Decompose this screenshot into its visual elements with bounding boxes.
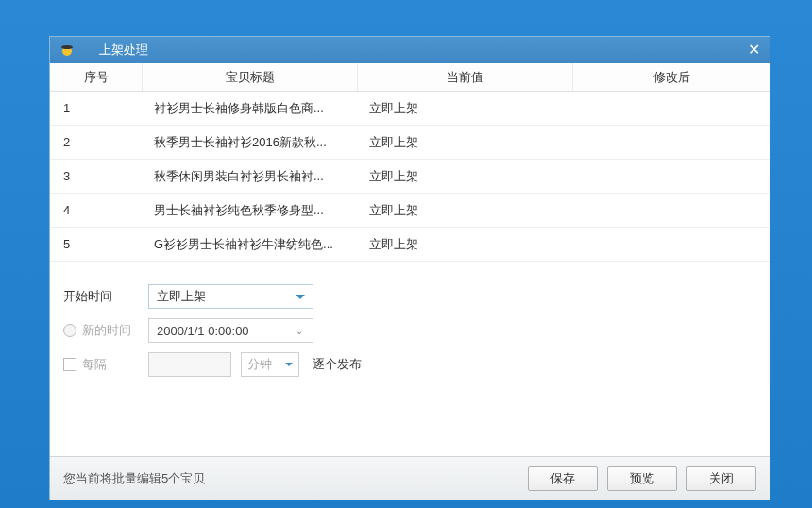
- unit-value: 分钟: [247, 356, 285, 373]
- table-body: 1 衬衫男士长袖修身韩版白色商... 立即上架 2 秋季男士长袖衬衫2016新款…: [50, 92, 770, 262]
- table-row[interactable]: 3 秋季休闲男装白衬衫男长袖衬... 立即上架: [50, 160, 770, 194]
- cell-current: 立即上架: [358, 126, 573, 159]
- cell-seq: 2: [50, 126, 143, 159]
- cell-after: [573, 160, 770, 193]
- header-current: 当前值: [358, 63, 573, 91]
- cell-current: 立即上架: [358, 228, 573, 261]
- table-row[interactable]: 5 G衫衫男士长袖衬衫牛津纺纯色... 立即上架: [50, 228, 770, 262]
- release-text: 逐个发布: [313, 356, 362, 373]
- cell-seq: 3: [50, 160, 143, 193]
- interval-check-group: 每隔: [63, 356, 148, 373]
- table-row[interactable]: 2 秋季男士长袖衬衫2016新款秋... 立即上架: [50, 126, 770, 160]
- app-icon: [59, 42, 75, 58]
- cell-title: 衬衫男士长袖修身韩版白色商...: [143, 92, 358, 125]
- table-row[interactable]: 4 男士长袖衬衫纯色秋季修身型... 立即上架: [50, 194, 770, 228]
- cell-current: 立即上架: [358, 194, 573, 227]
- dialog-window: 上架处理 ✕ 序号 宝贝标题 当前值 修改后 1 衬衫男士长袖修身韩版白色商..…: [49, 36, 770, 500]
- cell-title: G衫衫男士长袖衬衫牛津纺纯色...: [143, 228, 358, 261]
- interval-label: 每隔: [82, 356, 107, 373]
- date-value: 2000/1/1 0:00:00: [157, 324, 294, 338]
- table-row[interactable]: 1 衬衫男士长袖修身韩版白色商... 立即上架: [50, 92, 770, 126]
- cell-after: [573, 92, 770, 125]
- start-time-value: 立即上架: [157, 288, 296, 305]
- start-time-dropdown[interactable]: 立即上架: [148, 284, 313, 309]
- status-text: 您当前将批量编辑5个宝贝: [63, 470, 518, 487]
- window-title: 上架处理: [82, 42, 748, 59]
- cell-title: 男士长袖衬衫纯色秋季修身型...: [143, 194, 358, 227]
- chevron-down-icon: [296, 295, 305, 299]
- interval-row: 每隔 分钟 逐个发布: [63, 347, 756, 381]
- cell-after: [573, 194, 770, 227]
- cell-seq: 5: [50, 228, 143, 261]
- preview-button[interactable]: 预览: [607, 466, 677, 491]
- start-time-label: 开始时间: [63, 288, 135, 305]
- unit-dropdown[interactable]: 分钟: [241, 352, 299, 377]
- items-table: 序号 宝贝标题 当前值 修改后 1 衬衫男士长袖修身韩版白色商... 立即上架 …: [50, 63, 770, 262]
- close-button[interactable]: 关闭: [686, 466, 756, 491]
- new-time-row: 新的时间 2000/1/1 0:00:00 ⌄: [63, 313, 756, 347]
- cell-seq: 4: [50, 194, 143, 227]
- cell-title: 秋季男士长袖衬衫2016新款秋...: [143, 126, 358, 159]
- interval-input[interactable]: [148, 352, 231, 377]
- save-button[interactable]: 保存: [528, 466, 598, 491]
- header-seq: 序号: [50, 63, 143, 91]
- header-after: 修改后: [573, 63, 770, 91]
- close-icon[interactable]: ✕: [748, 42, 760, 58]
- new-time-radio[interactable]: [63, 324, 76, 337]
- form-area: 开始时间 立即上架 新的时间 2000/1/1 0:00:00 ⌄ 每隔: [50, 262, 770, 391]
- chevron-down-icon: ⌄: [294, 325, 305, 336]
- new-time-radio-group: 新的时间: [63, 322, 148, 339]
- cell-current: 立即上架: [358, 92, 573, 125]
- titlebar: 上架处理 ✕: [50, 37, 770, 63]
- table-header: 序号 宝贝标题 当前值 修改后: [50, 63, 770, 92]
- footer: 您当前将批量编辑5个宝贝 保存 预览 关闭: [50, 456, 770, 500]
- header-title: 宝贝标题: [143, 63, 358, 91]
- start-time-row: 开始时间 立即上架: [63, 279, 756, 313]
- new-time-label: 新的时间: [82, 322, 131, 339]
- date-input[interactable]: 2000/1/1 0:00:00 ⌄: [148, 318, 313, 343]
- chevron-down-icon: [285, 363, 293, 366]
- cell-after: [573, 228, 770, 261]
- svg-point-1: [61, 45, 73, 49]
- interval-checkbox[interactable]: [63, 358, 76, 371]
- cell-after: [573, 126, 770, 159]
- cell-current: 立即上架: [358, 160, 573, 193]
- cell-seq: 1: [50, 92, 143, 125]
- cell-title: 秋季休闲男装白衬衫男长袖衬...: [143, 160, 358, 193]
